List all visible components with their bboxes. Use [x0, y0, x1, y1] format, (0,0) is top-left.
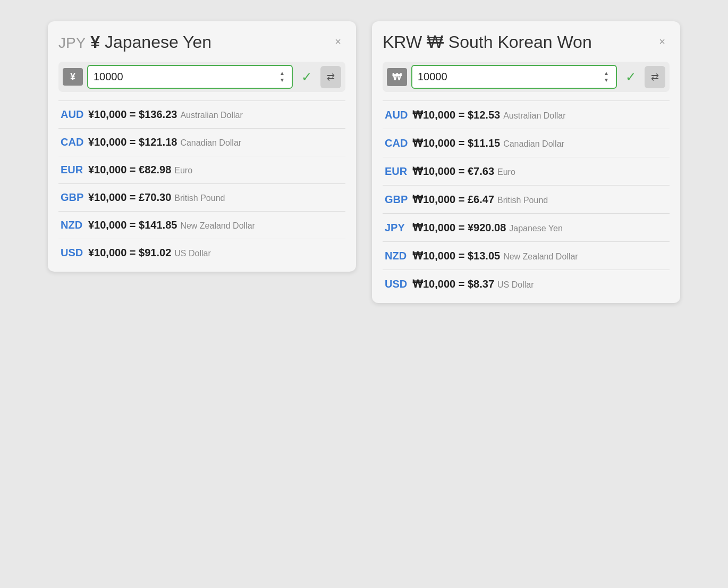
jpy-confirm-button[interactable]: ✓ — [297, 68, 316, 87]
conv-code: NZD — [61, 219, 85, 231]
jpy-conversion-list: AUD ¥10,000 = $136.23 Australian Dollar … — [58, 100, 345, 266]
krw-card-header: KRW ₩ South Korean Won × — [383, 32, 670, 52]
krw-spinner: ▲ ▼ — [602, 70, 611, 83]
conv-code: EUR — [61, 164, 85, 176]
conv-formula: ¥10,000 = $136.23 — [88, 108, 177, 121]
jpy-amount-wrapper: ▲ ▼ — [87, 65, 293, 89]
jpy-conversion-row[interactable]: AUD ¥10,000 = $136.23 Australian Dollar — [58, 101, 345, 129]
krw-card-title: KRW ₩ South Korean Won — [383, 32, 592, 52]
jpy-input-row: ¥ ▲ ▼ ✓ ⇄ — [58, 62, 345, 92]
conv-formula: ¥10,000 = £70.30 — [88, 191, 171, 204]
krw-symbol: ₩ — [427, 32, 444, 52]
jpy-card-header: JPY ¥ Japanese Yen × — [58, 32, 345, 52]
krw-card: KRW ₩ South Korean Won × ₩ ▲ ▼ ✓ ⇄ AUD ₩… — [372, 21, 680, 303]
conv-code: USD — [385, 278, 409, 290]
conv-formula: ₩10,000 = ¥920.08 — [412, 221, 506, 234]
jpy-symbol-badge: ¥ — [63, 68, 83, 86]
jpy-close-button[interactable]: × — [331, 34, 345, 49]
conv-code: GBP — [61, 191, 85, 204]
conv-name: Euro — [497, 167, 515, 177]
krw-amount-wrapper: ▲ ▼ — [411, 65, 617, 89]
jpy-card-title: JPY ¥ Japanese Yen — [58, 32, 211, 52]
krw-conversion-row[interactable]: USD ₩10,000 = $8.37 US Dollar — [383, 270, 670, 298]
jpy-conversion-row[interactable]: NZD ¥10,000 = $141.85 New Zealand Dollar — [58, 212, 345, 239]
krw-symbol-badge: ₩ — [387, 68, 407, 86]
conv-code: NZD — [385, 250, 409, 262]
krw-title-text: South Korean Won — [448, 32, 592, 52]
conv-name: Australian Dollar — [503, 111, 565, 121]
jpy-conversion-row[interactable]: CAD ¥10,000 = $121.18 Canadian Dollar — [58, 129, 345, 156]
jpy-conversion-row[interactable]: USD ¥10,000 = $91.02 US Dollar — [58, 239, 345, 266]
conv-name: Canadian Dollar — [180, 138, 241, 148]
krw-conversion-row[interactable]: NZD ₩10,000 = $13.05 New Zealand Dollar — [383, 242, 670, 270]
conv-code: AUD — [61, 108, 85, 121]
conv-formula: ¥10,000 = $121.18 — [88, 136, 177, 148]
krw-spinner-up[interactable]: ▲ — [602, 70, 611, 77]
krw-conversion-list: AUD ₩10,000 = $12.53 Australian Dollar C… — [383, 100, 670, 298]
conv-name: New Zealand Dollar — [180, 221, 255, 231]
jpy-title-text: Japanese Yen — [105, 32, 211, 52]
jpy-amount-input[interactable] — [94, 71, 278, 83]
conv-formula: ₩10,000 = $13.05 — [412, 249, 500, 262]
krw-conversion-row[interactable]: JPY ₩10,000 = ¥920.08 Japanese Yen — [383, 214, 670, 242]
conv-name: US Dollar — [497, 280, 534, 290]
conv-formula: ₩10,000 = $12.53 — [412, 108, 500, 121]
conv-code: JPY — [385, 222, 409, 234]
conv-formula: ₩10,000 = $11.15 — [412, 137, 500, 149]
conv-code: CAD — [385, 137, 409, 149]
conv-name: Japanese Yen — [509, 224, 563, 233]
conv-code: GBP — [385, 194, 409, 206]
jpy-symbol: ¥ — [90, 32, 100, 52]
conv-name: Canadian Dollar — [503, 139, 564, 149]
krw-swap-button[interactable]: ⇄ — [645, 66, 665, 88]
jpy-code: JPY — [58, 35, 86, 51]
jpy-spinner: ▲ ▼ — [278, 70, 286, 83]
jpy-conversion-row[interactable]: EUR ¥10,000 = €82.98 Euro — [58, 156, 345, 184]
conv-formula: ¥10,000 = $141.85 — [88, 219, 177, 231]
conv-name: Australian Dollar — [180, 111, 242, 120]
conv-name: New Zealand Dollar — [503, 252, 578, 262]
conv-name: British Pound — [174, 194, 225, 203]
krw-confirm-button[interactable]: ✓ — [621, 68, 640, 87]
conv-formula: ₩10,000 = €7.63 — [412, 165, 494, 178]
jpy-conversion-row[interactable]: GBP ¥10,000 = £70.30 British Pound — [58, 184, 345, 212]
krw-input-row: ₩ ▲ ▼ ✓ ⇄ — [383, 62, 670, 92]
krw-code: KRW — [383, 32, 422, 52]
conv-name: British Pound — [497, 196, 548, 205]
jpy-spinner-up[interactable]: ▲ — [278, 70, 286, 77]
krw-conversion-row[interactable]: EUR ₩10,000 = €7.63 Euro — [383, 157, 670, 186]
krw-amount-input[interactable] — [418, 71, 602, 83]
conv-name: US Dollar — [174, 249, 210, 258]
conv-code: USD — [61, 247, 85, 259]
conv-code: AUD — [385, 109, 409, 121]
jpy-spinner-down[interactable]: ▼ — [278, 77, 286, 83]
conv-formula: ₩10,000 = $8.37 — [412, 278, 494, 290]
krw-close-button[interactable]: × — [655, 34, 670, 49]
conv-formula: ¥10,000 = €82.98 — [88, 164, 171, 176]
conv-code: EUR — [385, 165, 409, 178]
conv-code: CAD — [61, 136, 85, 148]
krw-conversion-row[interactable]: AUD ₩10,000 = $12.53 Australian Dollar — [383, 101, 670, 129]
jpy-swap-button[interactable]: ⇄ — [320, 66, 341, 88]
krw-conversion-row[interactable]: CAD ₩10,000 = $11.15 Canadian Dollar — [383, 129, 670, 157]
krw-spinner-down[interactable]: ▼ — [602, 77, 611, 83]
conv-name: Euro — [174, 166, 192, 175]
conv-formula: ¥10,000 = $91.02 — [88, 247, 171, 259]
krw-conversion-row[interactable]: GBP ₩10,000 = £6.47 British Pound — [383, 186, 670, 214]
jpy-card: JPY ¥ Japanese Yen × ¥ ▲ ▼ ✓ ⇄ AUD ¥10,0… — [48, 21, 356, 272]
conv-formula: ₩10,000 = £6.47 — [412, 193, 494, 206]
